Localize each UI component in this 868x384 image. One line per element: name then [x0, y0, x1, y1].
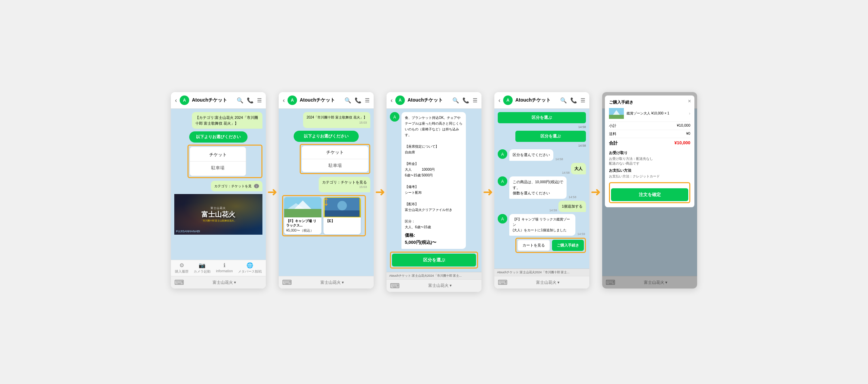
panel-receive-note-5: 配送のない商品です [609, 161, 690, 166]
bubble-adult-4: 大人 [571, 163, 586, 174]
bubble-adult-wrap-4: 14:58 大人 [498, 163, 586, 174]
two-btn-row-4: カートを見る ご購入手続き [517, 240, 584, 251]
right-arrow-icon-1: ➜ [267, 185, 277, 199]
select-btn-top-4[interactable]: 区分を選ぶ [498, 112, 586, 123]
menu-icon-1[interactable]: ☰ [257, 97, 262, 104]
input-label-3: 富士山花火 ▾ [402, 283, 478, 289]
search-icon-4[interactable]: 🔍 [560, 97, 567, 104]
svg-text:A: A [501, 152, 504, 157]
product-cards-wrap-2: 【F】キャンプ場 リラックス... ¥5,000〜（税込） [282, 195, 370, 236]
title-2: Atouchチケット [300, 97, 342, 103]
bav-4b: A [498, 176, 507, 186]
bubble-out-1: 【カテゴリ:富士山花火 2024「市川團十郎 富士歌舞伎 花火」】 [192, 112, 262, 129]
option-parking-1[interactable]: 駐車場 [190, 162, 246, 174]
panel-total-row-5: 合計 ¥10,000 [609, 138, 690, 148]
bubble-partial-1: カテゴリ：チケットを見 ↓ [211, 181, 262, 191]
phone-4: ‹ A Atouchチケット 🔍 📞 ☰ 区分を選ぶ 14:58 区分を選ぶ 1… [494, 92, 589, 289]
confirm-btn-highlight-5: 注文を確定 [609, 182, 690, 203]
phone-icon-1[interactable]: 📞 [247, 97, 254, 104]
chat-area-4: 区分を選ぶ 14:58 区分を選ぶ 14:58 A 区分を選んでください 14:… [494, 109, 589, 269]
product-img-2 [323, 197, 361, 217]
back-button-2[interactable]: ‹ [283, 97, 285, 104]
panel-product-img-5 [609, 109, 624, 119]
bottom-nav-1: ⚙ 購入履歴 📷 カメラ起動 ℹ information 🌐 メタバース観戦 [171, 260, 266, 276]
keyboard-icon-3[interactable]: ⌨ [390, 282, 400, 290]
phone-icon-3[interactable]: 📞 [462, 97, 469, 104]
product-card-2[interactable]: 【E】 [323, 197, 361, 234]
panel-receive-method-5: お受け取り方法：配送先なし [609, 156, 690, 161]
chat-area-2: 2024「市川團十郎 富士歌舞伎 花火」】 15:03 以下よりお選びください … [279, 109, 374, 276]
input-bar-3: ⌨ 富士山花火 ▾ [387, 279, 481, 292]
header-icons-3: 🔍 📞 ☰ [452, 97, 477, 104]
product-card-body-2: 【E】 [323, 217, 361, 225]
chat-area-5: 価格: 5,000円(税込)〜 区分を選ぶ × ご購入手続き [602, 109, 697, 276]
search-icon-1[interactable]: 🔍 [237, 97, 243, 104]
bubble-add-4: 1個追加する [558, 201, 586, 212]
phone-icon-2[interactable]: 📞 [355, 97, 361, 104]
option-parking-2[interactable]: 駐車場 [302, 159, 368, 172]
product-card-1[interactable]: 【F】キャンプ場 リラックス... ¥5,000〜（税込） [284, 197, 321, 234]
two-btn-highlight-4: カートを見る ご購入手続き [515, 238, 586, 253]
input-label-1: 富士山花火 ▾ [186, 280, 262, 285]
header-icons-4: 🔍 📞 ☰ [560, 97, 585, 104]
select-btn-3[interactable]: 区分を選ぶ [392, 254, 476, 266]
main-container: ‹ A Atouchチケット 🔍 📞 ☰ 【カテゴリ:富士山花火 2024「市川… [167, 92, 701, 292]
bubble-in-wrap-3: A 食、ブランケット持込OK。チェアや テーブルは座った時の高さと同じくら いの… [390, 112, 478, 249]
panel-payment-title-5: お支払い方法 [609, 168, 690, 173]
camera-icon-1: 📷 [199, 262, 205, 269]
purchase-btn-4[interactable]: ご購入手続き [552, 240, 584, 251]
bubble-category-2: カテゴリ：チケットを見る 15:03 [319, 177, 370, 192]
bav-4a: A [498, 149, 507, 159]
back-button-1[interactable]: ‹ [175, 97, 177, 104]
menu-icon-2[interactable]: ☰ [365, 97, 370, 104]
menu-icon-3[interactable]: ☰ [473, 97, 477, 104]
options-card-1: チケット 駐車場 [190, 147, 246, 176]
nav-metaverse-1[interactable]: 🌐 メタバース観戦 [238, 262, 262, 274]
chat-area-3: A 食、ブランケット持込OK。チェアや テーブルは座った時の高さと同じくら いの… [387, 109, 481, 272]
svg-text:A: A [393, 115, 396, 120]
select-btn-2nd-4[interactable]: 区分を選ぶ [515, 131, 586, 142]
confirm-btn-5[interactable]: 注文を確定 [611, 188, 688, 201]
right-arrow-icon-4: ➜ [591, 185, 601, 199]
bubble-added-wrap-4: A 【F】キャンプ場 リラックス鑑賞ゾーン(大人）をカートに1個追加しました 1… [498, 214, 586, 236]
nav-camera-1[interactable]: 📷 カメラ起動 [194, 262, 211, 274]
option-ticket-1[interactable]: チケット [190, 148, 246, 162]
keyboard-icon-1[interactable]: ⌨ [174, 278, 184, 286]
panel-chevron-5: › [689, 111, 690, 116]
cart-btn-4[interactable]: カートを見る [517, 240, 550, 251]
arrow-4-5: ➜ [593, 185, 598, 199]
panel-payment-method-5: お支払い方法：クレジットカード [609, 174, 690, 179]
menu-icon-4[interactable]: ☰ [580, 97, 585, 104]
info-icon-1: ℹ [223, 262, 225, 269]
header-3: ‹ A Atouchチケット 🔍 📞 ☰ [387, 92, 481, 109]
panel-product-row-5[interactable]: 鑑賞ゾーン大人 ¥10,000 × 1 › [609, 109, 690, 122]
input-bar-4: ⌨ 富士山花火 ▾ [494, 276, 589, 289]
header-icons-2: 🔍 📞 ☰ [344, 97, 370, 104]
product-cards-highlight-2: 【F】キャンプ場 リラックス... ¥5,000〜（税込） [282, 195, 366, 236]
avatar-3: A [395, 95, 405, 105]
product-img-1 [284, 197, 321, 217]
nav-history-1[interactable]: ⚙ 購入履歴 [175, 262, 189, 274]
input-label-4: 富士山花火 ▾ [510, 280, 586, 285]
panel-subtotal-row-5: 小計 ¥10,000 [609, 122, 690, 130]
panel-receive-title-5: お受け取り [609, 150, 690, 155]
arrow-1-2: ➜ [270, 185, 275, 199]
bubble-choose-4: A 区分を選んでください 14:58 [498, 149, 586, 161]
bubble-out-2: 2024「市川團十郎 富士歌舞伎 花火」】 15:03 [303, 112, 370, 128]
keyboard-icon-4[interactable]: ⌨ [498, 278, 508, 286]
option-ticket-2[interactable]: チケット [302, 146, 368, 159]
chat-area-1: 【カテゴリ:富士山花火 2024「市川團十郎 富士歌舞伎 花火」】 以下よりお選… [171, 109, 266, 260]
bubble-price-wrap-4: A この商品は、10,000円(税込)です。個数を選んでください 14:58 [498, 176, 586, 199]
ticket-title-1: 富士山花火 [200, 210, 237, 219]
svg-point-6 [337, 201, 347, 210]
keyboard-icon-2[interactable]: ⌨ [282, 278, 292, 286]
phone-icon-4[interactable]: 📞 [570, 97, 577, 104]
back-button-3[interactable]: ‹ [391, 97, 393, 104]
search-icon-2[interactable]: 🔍 [344, 97, 351, 104]
right-arrow-icon-2: ➜ [375, 185, 385, 199]
product-cards-2: 【F】キャンプ場 リラックス... ¥5,000〜（税込） [284, 197, 364, 234]
search-icon-3[interactable]: 🔍 [452, 97, 459, 104]
back-button-4[interactable]: ‹ [498, 97, 500, 104]
nav-info-1[interactable]: ℹ information [216, 262, 233, 274]
bubble-add-wrap-4: 14:59 1個追加する [498, 201, 586, 212]
